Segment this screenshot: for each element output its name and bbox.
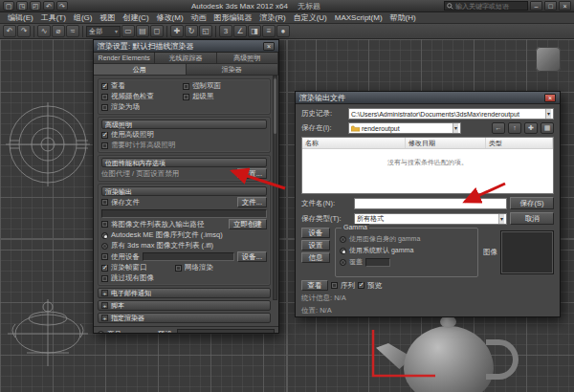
devices-button[interactable]: 设备... [237,251,267,262]
window-crossing-icon[interactable]: ◻ [150,25,164,37]
shaded-teapot[interactable] [371,311,528,392]
minimize-button[interactable]: – [530,1,542,11]
put-image-list-checkbox[interactable] [101,221,108,228]
select-by-name-icon[interactable]: ▤ [136,25,149,37]
filetype-dropdown[interactable]: 所有格式 [354,213,507,225]
setup-button[interactable]: 设置 [301,240,330,250]
rollout-scripts[interactable]: + 脚本 [98,300,271,311]
production-radio[interactable] [98,331,104,334]
compute-advanced-lighting-checkbox[interactable] [101,142,108,149]
new-folder-icon[interactable]: ✚ [524,122,538,134]
tab-render-elements[interactable]: Render Elements [94,53,155,63]
super-black-checkbox[interactable] [183,94,189,100]
menu-customize[interactable]: 自定义(U) [290,12,331,24]
force-two-sided-checkbox[interactable] [183,83,189,90]
render-to-fields-checkbox[interactable] [101,104,108,111]
search-input[interactable] [455,3,525,10]
close-icon[interactable]: × [544,94,556,102]
new-scene-icon[interactable]: ▢ [3,1,14,11]
column-name[interactable]: 名称 [302,138,406,148]
menu-modifiers[interactable]: 修改(M) [153,12,188,24]
video-color-check-checkbox[interactable] [101,94,108,100]
selection-filter-dropdown[interactable]: 全部 [86,26,121,37]
gamma-image-radio[interactable] [340,236,346,243]
sequence-checkbox[interactable] [331,282,338,289]
viewport-splitter-vertical[interactable] [286,39,288,392]
menu-group[interactable]: 组(G) [70,12,97,24]
column-date-modified[interactable]: 修改日期 [406,138,486,148]
info-button[interactable]: 信息 [301,252,330,263]
use-device-checkbox[interactable] [101,253,108,260]
menu-rendering[interactable]: 渲染(R) [256,12,290,24]
view-button[interactable]: 查看 [301,280,328,291]
menu-animation[interactable]: 动画 [188,12,210,24]
column-type[interactable]: 类型 [486,138,553,148]
cancel-button[interactable]: 取消 [510,212,554,225]
bitmap-setup-button[interactable]: 设置... [237,168,267,179]
render-setup-title-bar[interactable]: 渲染设置: 默认扫描线渲染器 × [94,40,278,53]
menu-maxscript[interactable]: MAXScript(M) [331,12,386,24]
files-button[interactable]: 文件... [237,197,267,207]
undo-icon[interactable]: ↶ [43,1,55,11]
menu-help[interactable]: 帮助(H) [386,12,420,24]
rendered-frame-window-checkbox[interactable] [101,265,108,272]
device-field[interactable] [143,252,234,261]
use-advanced-lighting-checkbox[interactable] [101,132,108,139]
imsq-radio[interactable] [101,232,108,239]
gamma-system-radio[interactable] [340,248,346,254]
create-now-button[interactable]: 立即创建 [229,219,267,229]
select-scale-icon[interactable]: ◱ [199,25,212,37]
save-file-checkbox[interactable] [101,199,108,206]
menu-views[interactable]: 视图 [96,12,119,24]
menu-tools[interactable]: 工具(T) [37,12,70,24]
undo-icon[interactable]: ↶ [3,25,16,37]
redo-icon[interactable]: ↷ [17,25,31,37]
net-render-checkbox[interactable] [175,265,182,272]
gamma-override-radio[interactable] [340,259,346,266]
tab-raytracer[interactable]: 光线跟踪器 [155,53,216,63]
tab-advanced-lighting[interactable]: 高级照明 [217,53,278,63]
rollout-assign-renderer[interactable]: + 指定渲染器 [98,313,271,323]
rollout-email-notifications[interactable]: + 电子邮件通知 [98,288,271,298]
snap-toggle-icon[interactable]: 3 [219,25,232,37]
angle-snap-icon[interactable]: ∠ [233,25,247,37]
back-icon[interactable]: ← [492,122,505,134]
menu-graph-editors[interactable]: 图形编辑器 [210,12,256,24]
preset-dropdown[interactable] [177,329,275,334]
select-link-icon[interactable]: ∿ [37,25,51,37]
unlink-selection-icon[interactable]: ⌀ [52,25,65,37]
ifl-radio[interactable] [101,243,108,250]
close-button[interactable]: × [559,1,571,11]
save-in-dropdown[interactable]: renderoutput [348,122,461,134]
option-checkbox[interactable] [101,83,108,90]
align-icon[interactable]: ≡ [262,25,276,37]
output-path-field[interactable] [101,209,267,218]
open-file-icon[interactable]: ◳ [16,1,28,11]
output-dialog-title-bar[interactable]: 渲染输出文件 × [296,92,560,104]
menu-create[interactable]: 创建(C) [119,12,152,24]
render-production-icon[interactable]: ● [276,25,290,37]
tab-renderer[interactable]: 渲染器 [187,64,279,75]
select-move-icon[interactable]: ✚ [170,25,184,37]
mirror-icon[interactable]: ◨ [248,25,261,37]
close-icon[interactable]: × [263,42,275,51]
devices-button[interactable]: 设备 [301,228,330,238]
up-folder-icon[interactable]: ↑ [508,122,521,134]
bind-spacewarp-icon[interactable]: ≈ [66,25,79,37]
skip-existing-checkbox[interactable] [101,275,108,282]
select-rotate-icon[interactable]: ↻ [185,25,198,37]
history-dropdown[interactable]: C:\Users\Administrator\Documents\3dsMax\… [348,108,554,120]
views-icon[interactable]: ▦ [541,122,554,134]
viewport-area[interactable]: 渲染设置: 默认扫描线渲染器 × Render Elements 光线跟踪器 高… [0,39,574,392]
scrollbar-thumb[interactable] [274,78,276,134]
preview-checkbox[interactable] [358,282,364,289]
gamma-override-field[interactable] [365,258,390,267]
maximize-button[interactable]: □ [544,1,557,11]
save-file-icon[interactable]: ◰ [30,1,41,11]
tab-common[interactable]: 公用 [94,64,187,75]
infocenter-search[interactable] [444,1,528,11]
file-list[interactable]: 名称 修改日期 类型 没有与搜索条件匹配的项。 [301,137,554,194]
viewcube[interactable] [536,47,561,72]
save-button[interactable]: 保存(S) [510,197,554,209]
rect-selection-region-icon[interactable]: ▭ [121,25,135,37]
